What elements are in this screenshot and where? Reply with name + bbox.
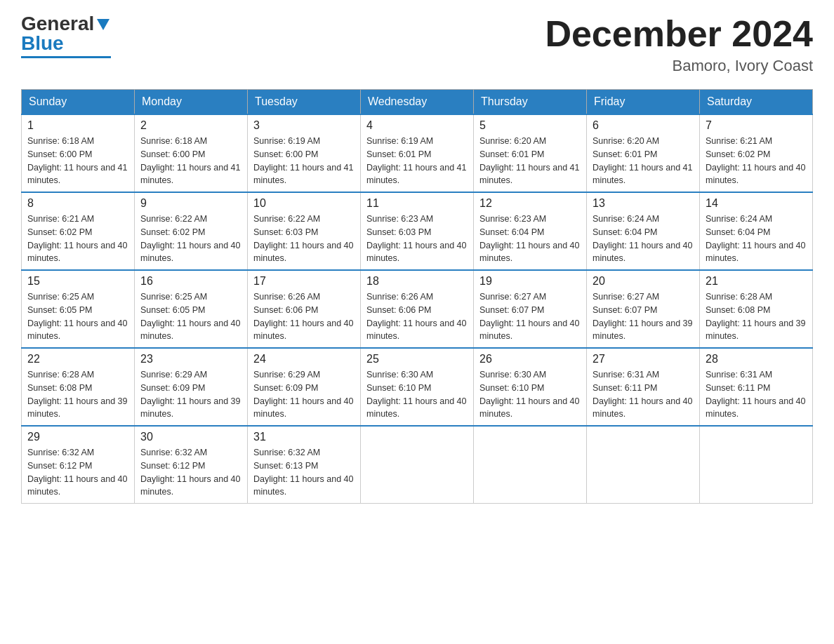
day-number: 6 <box>593 119 694 132</box>
day-info: Sunrise: 6:25 AMSunset: 6:05 PMDaylight:… <box>27 290 128 343</box>
day-number: 1 <box>27 119 128 132</box>
day-info: Sunrise: 6:22 AMSunset: 6:02 PMDaylight:… <box>140 213 241 265</box>
calendar-day-cell: 8 Sunrise: 6:21 AMSunset: 6:02 PMDayligh… <box>22 192 135 270</box>
day-number: 18 <box>366 275 468 288</box>
calendar-day-cell: 15 Sunrise: 6:25 AMSunset: 6:05 PMDaylig… <box>22 270 135 348</box>
col-header-monday: Monday <box>135 90 248 115</box>
month-title: December 2024 <box>545 14 813 54</box>
day-info: Sunrise: 6:18 AMSunset: 6:00 PMDaylight:… <box>27 135 128 187</box>
day-number: 2 <box>140 119 241 132</box>
day-number: 23 <box>140 353 241 365</box>
calendar-day-cell: 11 Sunrise: 6:23 AMSunset: 6:03 PMDaylig… <box>361 192 474 270</box>
col-header-sunday: Sunday <box>22 90 135 115</box>
day-number: 15 <box>27 275 128 288</box>
day-number: 17 <box>253 275 355 288</box>
day-info: Sunrise: 6:24 AMSunset: 6:04 PMDaylight:… <box>706 213 807 265</box>
day-number: 4 <box>366 119 468 132</box>
day-number: 20 <box>593 275 694 288</box>
calendar-week-row: 15 Sunrise: 6:25 AMSunset: 6:05 PMDaylig… <box>22 270 813 348</box>
logo-general-text: General <box>21 14 94 34</box>
calendar-day-cell: 2 Sunrise: 6:18 AMSunset: 6:00 PMDayligh… <box>135 114 248 192</box>
day-info: Sunrise: 6:27 AMSunset: 6:07 PMDaylight:… <box>479 290 581 343</box>
calendar-week-row: 29 Sunrise: 6:32 AMSunset: 6:12 PMDaylig… <box>22 426 813 504</box>
day-info: Sunrise: 6:21 AMSunset: 6:02 PMDaylight:… <box>706 135 807 187</box>
col-header-thursday: Thursday <box>474 90 587 115</box>
calendar-day-cell: 9 Sunrise: 6:22 AMSunset: 6:02 PMDayligh… <box>135 192 248 270</box>
day-number: 19 <box>479 275 581 288</box>
calendar-day-cell: 3 Sunrise: 6:19 AMSunset: 6:00 PMDayligh… <box>248 114 361 192</box>
day-number: 14 <box>706 197 807 210</box>
calendar-day-cell <box>474 426 587 504</box>
calendar-day-cell: 29 Sunrise: 6:32 AMSunset: 6:12 PMDaylig… <box>22 426 135 504</box>
location: Bamoro, Ivory Coast <box>545 57 813 75</box>
day-number: 16 <box>140 275 241 288</box>
day-info: Sunrise: 6:28 AMSunset: 6:08 PMDaylight:… <box>706 290 807 343</box>
calendar-table: Sunday Monday Tuesday Wednesday Thursday… <box>21 89 813 504</box>
day-info: Sunrise: 6:24 AMSunset: 6:04 PMDaylight:… <box>593 213 694 265</box>
day-info: Sunrise: 6:30 AMSunset: 6:10 PMDaylight:… <box>479 368 581 421</box>
day-info: Sunrise: 6:18 AMSunset: 6:00 PMDaylight:… <box>140 135 241 187</box>
calendar-day-cell: 12 Sunrise: 6:23 AMSunset: 6:04 PMDaylig… <box>474 192 587 270</box>
day-number: 9 <box>140 197 241 210</box>
day-info: Sunrise: 6:26 AMSunset: 6:06 PMDaylight:… <box>366 290 468 343</box>
col-header-wednesday: Wednesday <box>361 90 474 115</box>
day-number: 8 <box>27 197 128 210</box>
calendar-day-cell: 24 Sunrise: 6:29 AMSunset: 6:09 PMDaylig… <box>248 348 361 426</box>
calendar-day-cell: 13 Sunrise: 6:24 AMSunset: 6:04 PMDaylig… <box>587 192 700 270</box>
day-info: Sunrise: 6:31 AMSunset: 6:11 PMDaylight:… <box>593 368 694 421</box>
day-number: 11 <box>366 197 468 210</box>
day-info: Sunrise: 6:19 AMSunset: 6:00 PMDaylight:… <box>253 135 355 187</box>
logo-underline <box>21 56 111 58</box>
day-number: 30 <box>140 431 241 443</box>
day-info: Sunrise: 6:19 AMSunset: 6:01 PMDaylight:… <box>366 135 468 187</box>
day-info: Sunrise: 6:32 AMSunset: 6:12 PMDaylight:… <box>140 446 241 499</box>
day-info: Sunrise: 6:20 AMSunset: 6:01 PMDaylight:… <box>593 135 694 187</box>
day-info: Sunrise: 6:30 AMSunset: 6:10 PMDaylight:… <box>366 368 468 421</box>
day-number: 22 <box>27 353 128 365</box>
col-header-tuesday: Tuesday <box>248 90 361 115</box>
logo-blue-text: Blue <box>21 32 64 54</box>
day-info: Sunrise: 6:29 AMSunset: 6:09 PMDaylight:… <box>253 368 355 421</box>
day-info: Sunrise: 6:26 AMSunset: 6:06 PMDaylight:… <box>253 290 355 343</box>
day-info: Sunrise: 6:32 AMSunset: 6:13 PMDaylight:… <box>253 446 355 499</box>
day-info: Sunrise: 6:25 AMSunset: 6:05 PMDaylight:… <box>140 290 241 343</box>
calendar-day-cell <box>587 426 700 504</box>
day-number: 29 <box>27 431 128 443</box>
calendar-day-cell <box>361 426 474 504</box>
calendar-day-cell: 6 Sunrise: 6:20 AMSunset: 6:01 PMDayligh… <box>587 114 700 192</box>
calendar-day-cell: 26 Sunrise: 6:30 AMSunset: 6:10 PMDaylig… <box>474 348 587 426</box>
calendar-week-row: 1 Sunrise: 6:18 AMSunset: 6:00 PMDayligh… <box>22 114 813 192</box>
day-info: Sunrise: 6:21 AMSunset: 6:02 PMDaylight:… <box>27 213 128 265</box>
calendar-day-cell: 28 Sunrise: 6:31 AMSunset: 6:11 PMDaylig… <box>700 348 813 426</box>
calendar-day-cell: 25 Sunrise: 6:30 AMSunset: 6:10 PMDaylig… <box>361 348 474 426</box>
day-number: 3 <box>253 119 355 132</box>
day-number: 31 <box>253 431 355 443</box>
calendar-day-cell: 7 Sunrise: 6:21 AMSunset: 6:02 PMDayligh… <box>700 114 813 192</box>
day-info: Sunrise: 6:23 AMSunset: 6:04 PMDaylight:… <box>479 213 581 265</box>
day-number: 12 <box>479 197 581 210</box>
calendar-day-cell: 23 Sunrise: 6:29 AMSunset: 6:09 PMDaylig… <box>135 348 248 426</box>
calendar-day-cell: 27 Sunrise: 6:31 AMSunset: 6:11 PMDaylig… <box>587 348 700 426</box>
calendar-day-cell: 18 Sunrise: 6:26 AMSunset: 6:06 PMDaylig… <box>361 270 474 348</box>
page-header: General Blue December 2024 Bamoro, Ivory… <box>21 14 813 75</box>
day-number: 7 <box>706 119 807 132</box>
day-info: Sunrise: 6:23 AMSunset: 6:03 PMDaylight:… <box>366 213 468 265</box>
logo-triangle-icon <box>95 16 111 32</box>
title-section: December 2024 Bamoro, Ivory Coast <box>545 14 813 75</box>
calendar-day-cell: 17 Sunrise: 6:26 AMSunset: 6:06 PMDaylig… <box>248 270 361 348</box>
day-info: Sunrise: 6:20 AMSunset: 6:01 PMDaylight:… <box>479 135 581 187</box>
day-number: 24 <box>253 353 355 365</box>
day-number: 25 <box>366 353 468 365</box>
calendar-day-cell: 14 Sunrise: 6:24 AMSunset: 6:04 PMDaylig… <box>700 192 813 270</box>
logo: General Blue <box>21 14 111 58</box>
day-info: Sunrise: 6:22 AMSunset: 6:03 PMDaylight:… <box>253 213 355 265</box>
col-header-saturday: Saturday <box>700 90 813 115</box>
calendar-week-row: 22 Sunrise: 6:28 AMSunset: 6:08 PMDaylig… <box>22 348 813 426</box>
day-number: 5 <box>479 119 581 132</box>
day-info: Sunrise: 6:32 AMSunset: 6:12 PMDaylight:… <box>27 446 128 499</box>
day-number: 10 <box>253 197 355 210</box>
calendar-day-cell: 5 Sunrise: 6:20 AMSunset: 6:01 PMDayligh… <box>474 114 587 192</box>
day-number: 21 <box>706 275 807 288</box>
calendar-day-cell: 16 Sunrise: 6:25 AMSunset: 6:05 PMDaylig… <box>135 270 248 348</box>
calendar-day-cell: 10 Sunrise: 6:22 AMSunset: 6:03 PMDaylig… <box>248 192 361 270</box>
